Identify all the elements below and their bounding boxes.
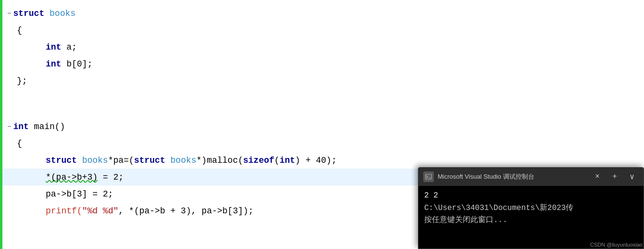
terminal-add-button[interactable]: +	[608, 170, 621, 183]
code-line-2: {	[2, 22, 421, 39]
code-line-4: int b[0];	[2, 55, 421, 72]
code-line-5: };	[2, 72, 421, 89]
brace-open-1: {	[17, 26, 22, 35]
collapse-icon-1[interactable]: −	[7, 10, 11, 17]
terminal-content: 2 2 C:\Users\34031\Documents\新2023传 按任意键…	[418, 186, 644, 249]
code-area: − struct books { int a; int b[0]; };	[2, 0, 421, 249]
terminal-close-button[interactable]: ×	[591, 170, 604, 183]
code-line-11: pa->b[3] = 2;	[2, 185, 421, 202]
kw-int-main: int	[13, 122, 28, 131]
code-line-9: struct books *pa=( struct books *)malloc…	[2, 152, 421, 169]
code-line-8: {	[2, 135, 421, 152]
code-line-12: printf( "%d %d" , *(pa->b + 3), pa->b[3]…	[2, 202, 421, 219]
kw-books-2: books	[82, 156, 108, 165]
terminal-title: Microsoft Visual Studio 调试控制台	[438, 172, 587, 181]
pa-assign-2: *)malloc(	[196, 156, 243, 165]
printf-fmt: "%d %d"	[82, 206, 119, 216]
main-parens: main()	[29, 122, 65, 131]
printf-args: , *(pa->b + 3), pa->b[3]);	[118, 206, 253, 216]
editor-container: − struct books { int a; int b[0]; };	[0, 0, 644, 249]
kw-struct-3: struct	[134, 156, 171, 165]
sizeof-paren: (	[274, 156, 279, 165]
kw-struct-1: struct	[13, 9, 50, 18]
code-line-1: − struct books	[2, 5, 421, 22]
brace-close-1: };	[17, 76, 27, 86]
var-b: b[0];	[61, 59, 92, 69]
terminal-output-2: C:\Users\34031\Documents\新2023传	[424, 202, 638, 215]
collapse-icon-7[interactable]: −	[7, 123, 11, 131]
terminal-popup: Microsoft Visual Studio 调试控制台 × + ∨ 2 2 …	[418, 167, 644, 249]
kw-int-sizeof: int	[279, 156, 295, 165]
csdn-watermark: CSDN @liuyunluoxiao	[590, 242, 643, 248]
terminal-chevron-button[interactable]: ∨	[625, 170, 639, 183]
kw-books-3: books	[170, 156, 196, 165]
code-line-3: int a;	[2, 39, 421, 55]
brace-open-2: {	[17, 139, 22, 148]
kw-books-1: books	[50, 9, 76, 18]
code-line-7: − int main()	[2, 118, 421, 135]
printf-call: printf(	[46, 206, 82, 216]
code-line-6	[2, 89, 421, 118]
var-a: a;	[61, 42, 76, 52]
deref-expr: *(pa->b+3)	[46, 172, 98, 182]
terminal-titlebar: Microsoft Visual Studio 调试控制台 × + ∨	[418, 168, 644, 186]
assign-2: = 2;	[98, 172, 124, 182]
sizeof-close: ) + 40);	[295, 156, 337, 165]
code-line-10: *(pa->b+3) = 2;	[2, 169, 421, 185]
kw-int-b: int	[46, 59, 61, 69]
kw-struct-2: struct	[46, 156, 82, 165]
terminal-app-icon	[423, 171, 434, 182]
pa-assign-1: *pa=(	[108, 156, 134, 165]
kw-sizeof: sizeof	[243, 156, 275, 165]
terminal-output-3: 按任意键关闭此窗口...	[424, 214, 638, 227]
svg-rect-0	[426, 174, 431, 179]
array-assign: pa->b[3] = 2;	[46, 189, 113, 199]
kw-int-a: int	[46, 42, 61, 52]
terminal-output-1: 2 2	[424, 190, 638, 202]
